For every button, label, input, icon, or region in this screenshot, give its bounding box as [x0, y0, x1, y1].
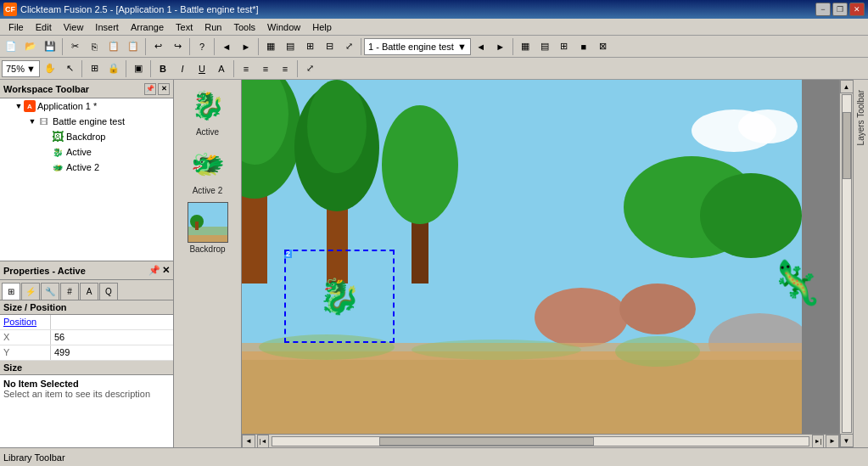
outer-close-button[interactable]: ✕: [849, 3, 865, 16]
new-button[interactable]: 📄: [2, 37, 20, 56]
run-btn3[interactable]: ⊞: [555, 37, 574, 56]
run-dropdown[interactable]: 1 - Battle engine test ▼: [364, 38, 471, 55]
props-y-value[interactable]: 499: [51, 345, 173, 360]
tree-frame[interactable]: ▼ 🎞 Battle engine test: [0, 114, 173, 129]
grid-snap[interactable]: ⊞: [85, 59, 104, 78]
frame-grid-button[interactable]: ▦: [261, 37, 280, 56]
workspace-title: Workspace Toolbar: [3, 84, 89, 94]
menu-bar: File Edit View Insert Arrange Text Run T…: [0, 19, 868, 36]
sprite-active2[interactable]: 🦎: [770, 258, 822, 307]
hand-tool[interactable]: ✋: [41, 59, 59, 78]
obj-backdrop[interactable]: Backdrop: [177, 200, 238, 255]
hscroll-thumb[interactable]: [379, 437, 594, 446]
props-x-value[interactable]: 56: [51, 330, 173, 345]
align-center[interactable]: ≡: [256, 59, 275, 78]
props-y-label: Y: [0, 345, 51, 360]
run-btn2[interactable]: ▤: [535, 37, 554, 56]
left-panel: Workspace Toolbar 📌 ✕ ▼ A Application 1 …: [0, 80, 174, 447]
toolbar-main: 📄 📂 💾 ✂ ⎘ 📋 📋 ↩ ↪ ? ◄ ► ▦ ▤ ⊞ ⊟ ⤢ 1 - Ba…: [0, 36, 868, 58]
tree-expand-app[interactable]: ▼: [14, 101, 24, 111]
underline-button[interactable]: U: [193, 59, 211, 78]
props-close-button[interactable]: ✕: [162, 265, 170, 276]
props-tab-values[interactable]: #: [60, 283, 79, 300]
record-button[interactable]: ⊠: [594, 37, 613, 56]
vscroll-up-button[interactable]: ▲: [840, 80, 854, 93]
vscroll-thumb[interactable]: [843, 112, 851, 179]
workspace-pin-button[interactable]: 📌: [144, 83, 156, 95]
tree-application[interactable]: ▼ A Application 1 *: [0, 98, 173, 114]
menu-arrange[interactable]: Arrange: [126, 20, 169, 34]
menu-file[interactable]: File: [3, 20, 29, 34]
hscroll-right-button[interactable]: ►: [826, 435, 839, 448]
menu-window[interactable]: Window: [262, 20, 305, 34]
run-nav-left[interactable]: ◄: [472, 37, 490, 56]
align-left[interactable]: ≡: [237, 59, 255, 78]
canvas-container[interactable]: 2 🐉 🦎: [242, 80, 839, 434]
select-all[interactable]: ▣: [129, 59, 148, 78]
save-button[interactable]: 💾: [41, 37, 59, 56]
obj-active2[interactable]: 🐲 Active 2: [177, 142, 238, 197]
props-content: Size / Position Position X 56 Y 499 Size: [0, 300, 173, 447]
tree-active2-label: Active 2: [66, 162, 99, 172]
table-button[interactable]: ⊞: [300, 37, 319, 56]
expand-button[interactable]: ⤢: [339, 37, 358, 56]
vscroll-down-button[interactable]: ▼: [840, 434, 854, 447]
menu-edit[interactable]: Edit: [31, 20, 57, 34]
menu-run[interactable]: Run: [199, 20, 227, 34]
sep5: [258, 38, 259, 55]
redo-button[interactable]: ↪: [168, 37, 187, 56]
menu-insert[interactable]: Insert: [90, 20, 124, 34]
hscroll-track[interactable]: [272, 436, 809, 446]
props-tab-qualifiers[interactable]: Q: [99, 283, 118, 300]
menu-view[interactable]: View: [59, 20, 89, 34]
vscroll-track[interactable]: [842, 94, 852, 433]
bold-button[interactable]: B: [154, 59, 172, 78]
lock-btn[interactable]: 🔒: [104, 59, 123, 78]
props-pin-button[interactable]: 📌: [148, 265, 160, 276]
workspace-close-button[interactable]: ✕: [158, 83, 170, 95]
paste2-button[interactable]: 📋: [124, 37, 143, 56]
zoom-dropdown[interactable]: 75% ▼: [2, 60, 40, 77]
run-btn1[interactable]: ▦: [516, 37, 535, 56]
select-tool[interactable]: ↖: [60, 59, 79, 78]
outer-minimize-button[interactable]: −: [815, 3, 831, 16]
tree-backdrop[interactable]: 🖼 Backdrop: [0, 129, 173, 144]
undo-button[interactable]: ↩: [148, 37, 167, 56]
copy-button[interactable]: ⎘: [85, 37, 104, 56]
cut-button[interactable]: ✂: [65, 37, 84, 56]
hscroll-btn2[interactable]: |◄: [257, 435, 269, 448]
props-tab-strings[interactable]: A: [80, 283, 98, 300]
open-button[interactable]: 📂: [21, 37, 40, 56]
color-button[interactable]: A: [212, 59, 231, 78]
menu-tools[interactable]: Tools: [228, 20, 260, 34]
no-item-desc: Select an item to see its description: [3, 389, 170, 399]
italic-button[interactable]: I: [173, 59, 192, 78]
menu-help[interactable]: Help: [307, 20, 337, 34]
nav-left-button[interactable]: ◄: [217, 37, 236, 56]
help-button[interactable]: ?: [193, 37, 211, 56]
layers-label[interactable]: Layers Toolbar: [856, 90, 865, 145]
selected-sprite[interactable]: 🐉: [284, 250, 395, 343]
props-tab-behaviors[interactable]: 🔧: [41, 283, 59, 300]
table2-button[interactable]: ⊟: [320, 37, 339, 56]
props-tab-events[interactable]: ⚡: [21, 283, 40, 300]
run-nav-right[interactable]: ►: [491, 37, 510, 56]
align-right[interactable]: ≡: [276, 59, 294, 78]
toolbar-format: 75% ▼ ✋ ↖ ⊞ 🔒 ▣ B I U A ≡ ≡ ≡ ⤢: [0, 58, 868, 80]
hscroll-left-button[interactable]: ◄: [242, 435, 255, 448]
tree-active2[interactable]: 🐲 Active 2: [0, 160, 173, 175]
obj-active[interactable]: 🐉 Active: [177, 83, 238, 138]
nav-right-button[interactable]: ►: [237, 37, 255, 56]
stop-button[interactable]: ■: [574, 37, 593, 56]
tree-expand-frame[interactable]: ▼: [27, 116, 37, 126]
tree-app-label: Application 1 *: [37, 101, 97, 111]
frame-view-button[interactable]: ▤: [281, 37, 300, 56]
tree-active[interactable]: 🐉 Active: [0, 144, 173, 160]
paste-button[interactable]: 📋: [104, 37, 123, 56]
menu-text[interactable]: Text: [171, 20, 198, 34]
outer-restore-button[interactable]: ❐: [832, 3, 848, 16]
hscroll-btn3[interactable]: ►|: [812, 435, 824, 448]
active2-icon: 🐲: [51, 160, 64, 174]
transform-button[interactable]: ⤢: [300, 59, 319, 78]
props-tab-props[interactable]: ⊞: [2, 283, 20, 300]
